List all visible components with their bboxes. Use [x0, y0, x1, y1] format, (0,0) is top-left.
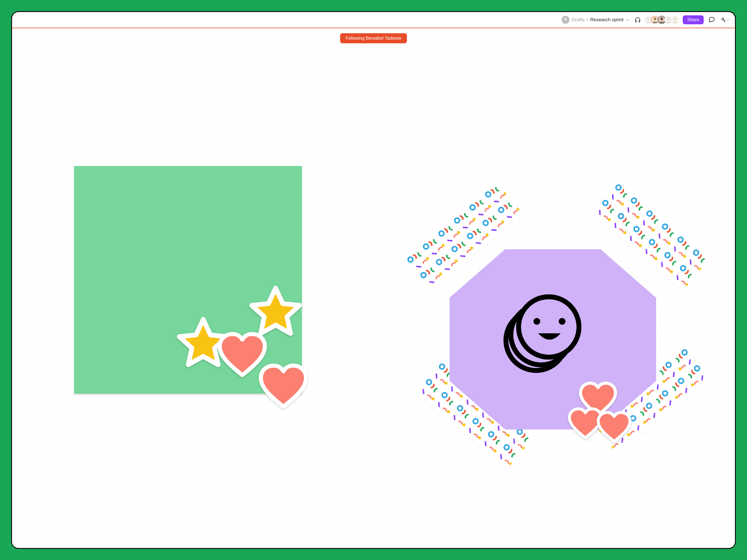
headphones-icon[interactable] — [633, 15, 642, 25]
share-button[interactable]: Share — [683, 16, 704, 24]
top-toolbar: Drafts / Research sprint Share — [12, 12, 735, 28]
following-chip[interactable]: Following Bersabel Tadesse — [340, 33, 407, 43]
svg-point-7 — [661, 18, 663, 20]
avatar-user-5[interactable] — [671, 16, 679, 24]
breadcrumb-folder[interactable]: Drafts — [572, 17, 584, 23]
svg-point-26 — [559, 318, 565, 325]
figjam-logo-icon — [562, 16, 569, 24]
app-window: Drafts / Research sprint Share — [11, 11, 736, 549]
collaborator-avatars[interactable] — [646, 16, 679, 24]
breadcrumb-separator: / — [587, 17, 588, 23]
heart-sticker-5[interactable] — [596, 410, 632, 445]
breadcrumb-document[interactable]: Research sprint — [590, 17, 623, 23]
svg-point-25 — [534, 318, 540, 325]
smiley-stack-sticker[interactable] — [496, 290, 590, 374]
svg-point-14 — [671, 16, 679, 24]
breadcrumb[interactable]: Drafts / Research sprint — [562, 16, 629, 24]
svg-point-4 — [654, 18, 656, 20]
canvas[interactable]: Following Bersabel Tadesse — [12, 28, 735, 548]
chevron-down-icon[interactable] — [626, 18, 629, 22]
comments-icon[interactable] — [707, 15, 717, 25]
svg-point-24 — [519, 297, 579, 357]
heart-sticker-2[interactable] — [258, 363, 309, 412]
ai-sparkle-icon[interactable] — [720, 15, 729, 25]
